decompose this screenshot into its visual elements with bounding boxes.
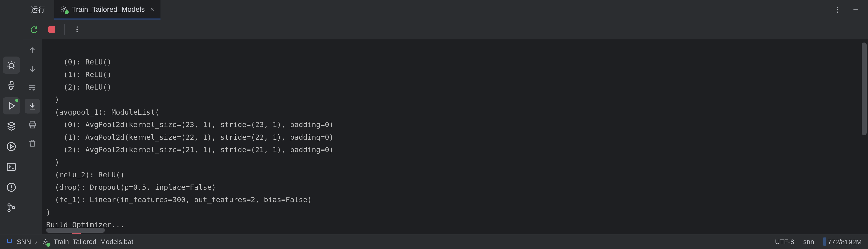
console-output[interactable]: (0): ReLU() (1): ReLU() (2): ReLU() ) (a… xyxy=(42,39,868,234)
scroll-to-end-icon[interactable] xyxy=(25,99,40,114)
svg-rect-6 xyxy=(7,163,16,170)
soft-wrap-icon[interactable] xyxy=(25,80,40,95)
close-icon[interactable]: × xyxy=(150,5,154,13)
console-line: (fc_1): Linear(in_features=300, out_feat… xyxy=(46,195,312,204)
terminal-icon[interactable] xyxy=(3,158,20,176)
console-line: (1): ReLU() xyxy=(46,70,112,79)
svg-rect-21 xyxy=(8,239,11,243)
console-line: (0): ReLU() xyxy=(46,58,112,66)
vertical-scrollbar[interactable] xyxy=(862,42,867,135)
debug-icon[interactable] xyxy=(3,57,20,74)
python-console-icon[interactable] xyxy=(3,77,20,94)
run-config-icon xyxy=(41,238,50,246)
module-icon xyxy=(6,238,13,246)
clear-icon[interactable] xyxy=(25,136,40,151)
status-env[interactable]: snn xyxy=(803,238,814,246)
console-line: ) xyxy=(46,208,51,217)
svg-point-13 xyxy=(837,9,838,10)
run-config-icon xyxy=(60,5,68,13)
problems-icon[interactable] xyxy=(3,179,20,196)
stop-button[interactable] xyxy=(44,22,59,37)
chevron-right-icon: › xyxy=(35,238,37,246)
media-run-icon[interactable] xyxy=(3,138,20,155)
breadcrumb-project[interactable]: SNN xyxy=(17,238,31,246)
svg-point-14 xyxy=(837,11,838,13)
svg-point-0 xyxy=(9,63,13,68)
run-icon[interactable] xyxy=(3,97,20,115)
svg-point-1 xyxy=(10,82,11,83)
console-line: (2): AvgPool2d(kernel_size=(21, 1), stri… xyxy=(46,146,334,154)
run-panel-title: 运行 xyxy=(23,0,54,20)
svg-point-10 xyxy=(12,207,15,209)
scroll-up-icon[interactable] xyxy=(25,43,40,58)
status-encoding[interactable]: UTF-8 xyxy=(775,238,794,246)
services-icon[interactable] xyxy=(3,118,20,135)
more-icon[interactable] xyxy=(831,3,844,17)
console-line: (drop): Dropout(p=0.5, inplace=False) xyxy=(46,183,216,192)
left-tool-strip xyxy=(0,0,23,234)
console-line: (avgpool_1): ModuleList( xyxy=(46,108,159,117)
status-memory[interactable]: 772/8192M xyxy=(823,238,862,246)
print-icon[interactable] xyxy=(25,117,40,132)
svg-point-22 xyxy=(44,241,46,243)
separator xyxy=(64,24,65,35)
svg-point-4 xyxy=(7,143,16,151)
console-line: (2): ReLU() xyxy=(46,83,112,91)
run-toolbar xyxy=(23,20,868,39)
svg-point-12 xyxy=(837,7,838,8)
svg-point-11 xyxy=(63,8,65,10)
svg-point-2 xyxy=(12,88,12,88)
run-tabbar: 运行 Train_Tailored_Models × xyxy=(23,0,868,20)
console-line: ) xyxy=(46,95,59,104)
console-line: ) xyxy=(46,158,59,166)
console-gutter xyxy=(23,39,42,234)
more-options-icon[interactable] xyxy=(70,22,85,37)
cursor xyxy=(76,233,81,234)
progress-line: 18%|█ | 9/50 [00:15<00:55, 1.35s/it] xyxy=(46,233,255,234)
svg-point-8 xyxy=(8,204,10,206)
console-body: (0): ReLU() (1): ReLU() (2): ReLU() ) (a… xyxy=(23,39,868,234)
breadcrumb-file[interactable]: Train_Tailored_Models.bat xyxy=(54,238,133,246)
svg-point-16 xyxy=(76,29,78,30)
svg-marker-3 xyxy=(9,103,14,109)
console-line: (1): AvgPool2d(kernel_size=(22, 1), stri… xyxy=(46,133,334,142)
svg-point-17 xyxy=(76,31,78,32)
tab-label: Train_Tailored_Models xyxy=(72,5,145,13)
console-line: (relu_2): ReLU() xyxy=(46,170,125,179)
svg-point-15 xyxy=(76,26,78,27)
tab-train-tailored-models[interactable]: Train_Tailored_Models × xyxy=(54,0,160,20)
svg-point-9 xyxy=(8,209,10,212)
minimize-icon[interactable] xyxy=(849,3,863,17)
vcs-icon[interactable] xyxy=(3,199,20,216)
status-bar: SNN › Train_Tailored_Models.bat UTF-8 sn… xyxy=(0,234,868,249)
console-line: (0): AvgPool2d(kernel_size=(23, 1), stri… xyxy=(46,120,334,129)
scroll-down-icon[interactable] xyxy=(25,62,40,76)
svg-marker-5 xyxy=(10,145,13,148)
rerun-button[interactable] xyxy=(27,22,41,37)
horizontal-scrollbar[interactable] xyxy=(46,228,105,233)
